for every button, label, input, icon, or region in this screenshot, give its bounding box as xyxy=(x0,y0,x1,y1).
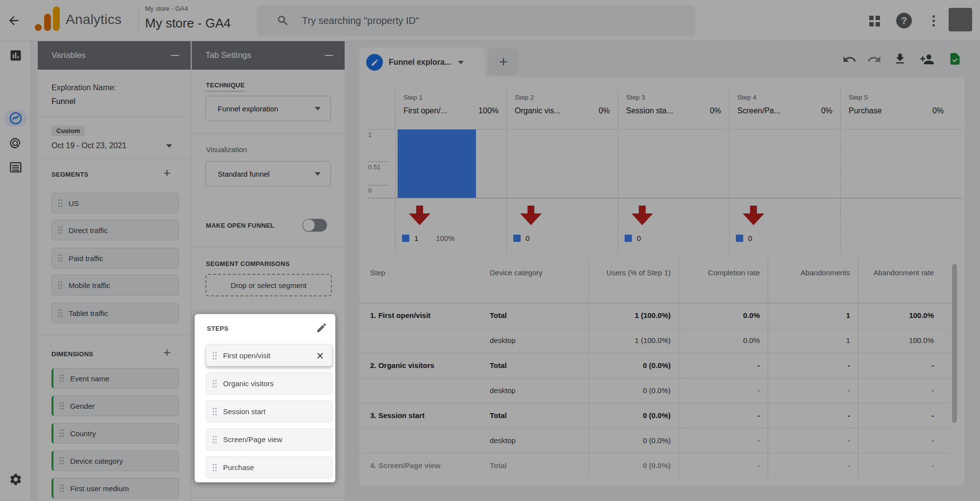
saved-status-icon[interactable] xyxy=(948,52,963,67)
table-row[interactable]: 1. First open/visitTotal 1 (100.0%)0.0% … xyxy=(359,303,951,328)
drag-handle-icon[interactable] xyxy=(212,351,217,360)
col-header-device[interactable]: Device category xyxy=(490,258,588,303)
reports-icon xyxy=(9,49,23,62)
date-caret-icon[interactable] xyxy=(166,144,172,148)
minimize-icon[interactable] xyxy=(171,55,179,56)
visualization-select[interactable]: Standard funnel xyxy=(205,161,331,186)
segment-chip[interactable]: Direct traffic xyxy=(51,220,179,240)
step-item[interactable]: Purchase xyxy=(206,456,332,478)
exploration-name-value[interactable]: Funnel xyxy=(51,97,75,106)
dimension-chip[interactable]: Event name xyxy=(51,368,179,389)
table-row[interactable]: 4. Screen/Page viewTotal 0 (0.0%)- -- xyxy=(359,453,951,478)
top-bar: Analytics My store - GA4 My store - GA4 … xyxy=(0,0,980,41)
segment-chip[interactable]: Tablet traffic xyxy=(51,303,179,323)
open-funnel-toggle[interactable] xyxy=(302,219,327,232)
drag-handle-icon[interactable] xyxy=(212,435,217,444)
technique-select[interactable]: Funnel exploration xyxy=(205,96,331,121)
date-range[interactable]: Oct 19 - Oct 23, 2021 xyxy=(51,141,126,150)
dimension-chip[interactable]: First user medium xyxy=(51,478,179,499)
funnel-step-name: Purchase xyxy=(849,106,882,115)
back-arrow-icon[interactable] xyxy=(7,14,21,27)
sidebar-item-library[interactable] xyxy=(6,159,25,176)
step-item[interactable]: Organic visitors xyxy=(206,372,332,395)
download-icon[interactable] xyxy=(893,52,908,67)
legend-share: 100% xyxy=(436,234,454,242)
funnel-bar-step1[interactable] xyxy=(398,130,476,198)
dimension-chip[interactable]: Gender xyxy=(51,396,179,416)
table-row[interactable]: 2. Organic visitorsTotal 0 (0.0%)- -- xyxy=(359,353,951,378)
step-item[interactable]: Session start xyxy=(206,400,332,422)
table-scrollbar[interactable] xyxy=(952,264,957,423)
abandonment-arrow-icon xyxy=(631,206,653,225)
drag-handle-icon[interactable] xyxy=(59,374,64,383)
step-item[interactable]: Screen/Page view xyxy=(206,428,332,450)
legend-swatch xyxy=(625,235,632,242)
property-switcher[interactable]: My store - GA4 xyxy=(145,16,231,31)
segment-chip-label: Direct traffic xyxy=(69,226,108,235)
step-item-label: Session start xyxy=(223,407,266,416)
step-item[interactable]: First open/visit xyxy=(206,344,332,367)
drag-handle-icon[interactable] xyxy=(59,456,64,465)
segment-chip[interactable]: US xyxy=(51,193,179,213)
settings-gear-icon[interactable] xyxy=(6,471,25,488)
table-row[interactable]: desktop 0 (0.0%)- -- xyxy=(359,378,951,403)
sidebar-item-reports[interactable] xyxy=(6,47,25,64)
technique-value: Funnel exploration xyxy=(218,105,278,113)
drag-handle-icon[interactable] xyxy=(58,254,63,263)
col-header-abandonments[interactable]: Abandonments xyxy=(768,258,858,303)
avatar[interactable] xyxy=(949,8,972,31)
add-tab-button[interactable]: + xyxy=(488,49,519,75)
technique-label: TECHNIQUE xyxy=(206,80,245,89)
help-icon[interactable]: ? xyxy=(896,13,912,28)
funnel-step-pct: 0% xyxy=(909,106,944,115)
close-icon[interactable] xyxy=(315,351,325,361)
dimension-chip[interactable]: Country xyxy=(51,423,179,444)
table-row[interactable]: desktop 1 (100.0%)0.0% 1100.0% xyxy=(359,328,951,353)
drag-handle-icon[interactable] xyxy=(212,379,217,388)
drag-handle-icon[interactable] xyxy=(58,226,63,235)
drag-handle-icon[interactable] xyxy=(58,199,63,208)
variables-title: Variables xyxy=(51,51,86,60)
sidebar-item-advertising[interactable] xyxy=(6,135,25,152)
col-header-step[interactable]: Step xyxy=(370,258,490,303)
share-users-icon[interactable] xyxy=(920,52,934,67)
segment-chip[interactable]: Mobile traffic xyxy=(51,275,179,295)
segment-comparisons-label: SEGMENT COMPARISONS xyxy=(206,260,290,267)
property-name-small: My store - GA4 xyxy=(145,5,188,12)
segment-chip-label: Mobile traffic xyxy=(69,281,110,290)
sidebar-item-explore[interactable] xyxy=(6,110,25,127)
segments-label: SEGMENTS xyxy=(51,171,88,178)
step-item-label: Purchase xyxy=(223,463,254,472)
redo-icon[interactable] xyxy=(867,52,881,67)
undo-icon[interactable] xyxy=(842,52,857,67)
apps-grid-icon[interactable] xyxy=(867,13,883,28)
chevron-down-icon[interactable] xyxy=(458,61,464,64)
funnel-legend: 0 xyxy=(736,234,752,242)
drag-handle-icon[interactable] xyxy=(212,407,217,416)
drag-handle-icon[interactable] xyxy=(212,463,217,472)
drag-handle-icon[interactable] xyxy=(59,429,64,438)
col-header-abandonment-rate[interactable]: Abandonment rate xyxy=(858,258,942,303)
search-input[interactable]: Try searching "property ID" xyxy=(257,5,695,36)
add-segment-button[interactable]: + xyxy=(163,168,171,178)
edit-steps-pencil-icon[interactable] xyxy=(316,322,327,334)
legend-swatch xyxy=(402,235,409,242)
product-name: Analytics xyxy=(66,12,122,27)
segment-chip[interactable]: Paid traffic xyxy=(51,248,179,268)
more-vert-icon[interactable] xyxy=(926,13,941,28)
col-header-completion[interactable]: Completion rate xyxy=(678,258,768,303)
add-dimension-button[interactable]: + xyxy=(163,347,171,357)
exploration-tab[interactable]: Funnel explora... xyxy=(359,48,485,77)
drag-handle-icon[interactable] xyxy=(58,309,63,317)
table-header-row: Step Device category Users (% of Step 1)… xyxy=(359,258,951,303)
analytics-logo[interactable] xyxy=(31,3,63,34)
drag-handle-icon[interactable] xyxy=(59,401,64,410)
col-header-users[interactable]: Users (% of Step 1) xyxy=(588,258,678,303)
table-row[interactable]: desktop 0 (0.0%)- -- xyxy=(359,428,951,453)
drag-handle-icon[interactable] xyxy=(58,281,63,290)
minimize-icon[interactable] xyxy=(325,55,333,56)
table-row[interactable]: 3. Session startTotal 0 (0.0%)- -- xyxy=(359,403,951,428)
segment-drop-zone[interactable]: Drop or select segment xyxy=(205,274,332,296)
dimension-chip[interactable]: Device category xyxy=(51,450,179,471)
drag-handle-icon[interactable] xyxy=(59,484,64,493)
